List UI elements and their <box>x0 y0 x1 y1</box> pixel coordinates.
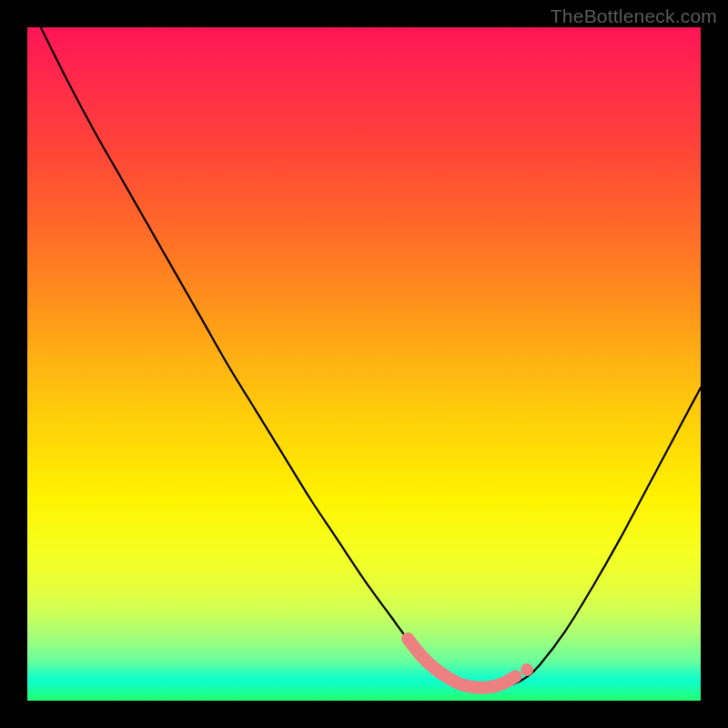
bottleneck-chart-svg <box>27 27 701 701</box>
valley-end-dot <box>521 663 533 676</box>
chart-frame: TheBottleneck.com <box>0 0 728 728</box>
plot-area <box>27 27 701 701</box>
bottleneck-curve <box>41 27 701 688</box>
valley-highlight <box>408 639 515 688</box>
watermark-text: TheBottleneck.com <box>551 5 717 27</box>
